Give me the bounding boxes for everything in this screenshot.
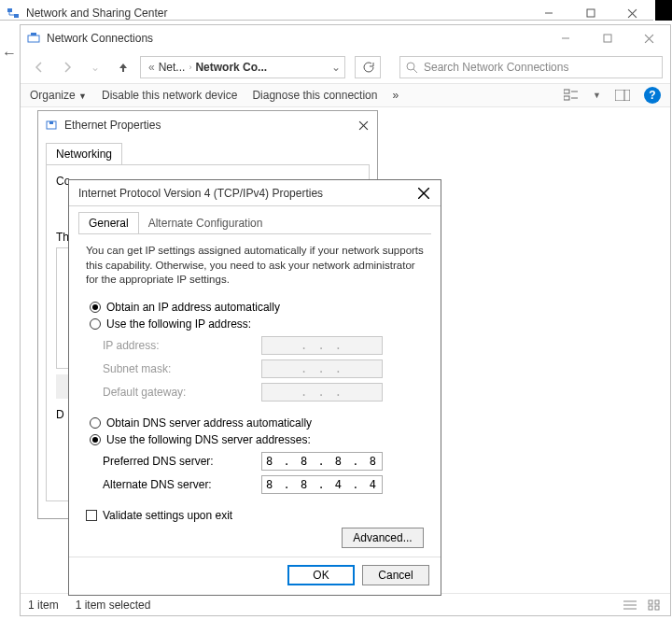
- cmd-diagnose[interactable]: Diagnose this connection: [252, 89, 377, 102]
- default-gateway-field: . . .: [261, 383, 383, 402]
- cmd-organize[interactable]: Organize ▼: [30, 89, 87, 102]
- ethernet-icon: [44, 118, 59, 133]
- status-item-count: 1 item: [28, 599, 59, 612]
- tab-networking[interactable]: Networking: [46, 143, 122, 164]
- svg-rect-6: [28, 35, 39, 42]
- svg-rect-0: [7, 8, 12, 12]
- refresh-button[interactable]: [355, 56, 381, 78]
- alternate-dns-field[interactable]: 8 . 8 . 4 . 4: [261, 475, 383, 494]
- maximize-button[interactable]: [569, 0, 611, 26]
- window-title: Network Connections: [47, 32, 544, 45]
- checkbox-icon: [86, 510, 97, 521]
- decorative-bar: [655, 0, 672, 21]
- svg-rect-29: [49, 121, 53, 124]
- close-button[interactable]: [349, 111, 377, 139]
- details-view-button[interactable]: [622, 597, 638, 613]
- subnet-mask-label: Subnet mask:: [103, 362, 261, 375]
- radio-icon: [90, 318, 101, 330]
- svg-rect-16: [564, 96, 569, 100]
- svg-rect-9: [604, 35, 611, 42]
- radio-icon: [90, 302, 101, 313]
- radio-icon: [90, 434, 101, 445]
- preferred-dns-label: Preferred DNS server:: [103, 455, 261, 468]
- minimize-button[interactable]: [527, 0, 569, 26]
- svg-point-13: [407, 63, 414, 70]
- close-button[interactable]: [628, 25, 670, 51]
- svg-line-14: [413, 69, 417, 73]
- svg-rect-15: [564, 90, 569, 93]
- description-text: You can get IP settings assigned automat…: [86, 244, 424, 288]
- search-icon: [406, 62, 418, 74]
- preferred-dns-field[interactable]: 8 . 8 . 8 . 8: [261, 452, 383, 471]
- validate-checkbox[interactable]: Validate settings upon exit: [86, 509, 424, 522]
- radio-ip-manual[interactable]: Use the following IP address:: [90, 317, 424, 331]
- radio-dns-manual[interactable]: Use the following DNS server addresses:: [90, 433, 424, 446]
- advanced-button[interactable]: Advanced...: [342, 528, 424, 548]
- forward-button[interactable]: [56, 56, 78, 78]
- chevron-down-icon[interactable]: ▼: [593, 91, 601, 100]
- breadcrumb-item[interactable]: Network Co...: [195, 61, 267, 74]
- svg-rect-24: [649, 600, 652, 604]
- ip-address-field: . . .: [261, 336, 383, 355]
- ip-address-label: IP address:: [103, 339, 261, 352]
- tab-general[interactable]: General: [78, 212, 139, 233]
- alternate-dns-label: Alternate DNS server:: [103, 478, 261, 491]
- tab-alternate-config[interactable]: Alternate Configuration: [139, 212, 273, 233]
- cmd-disable-device[interactable]: Disable this network device: [102, 89, 237, 102]
- address-bar[interactable]: « Net... › Network Co... ⌄: [140, 56, 345, 78]
- recent-dropdown[interactable]: ⌄: [84, 56, 106, 78]
- network-sharing-icon: [6, 6, 21, 21]
- back-button[interactable]: [28, 56, 50, 78]
- subnet-mask-field: . . .: [261, 359, 383, 378]
- chevron-right-icon: ›: [189, 63, 191, 72]
- svg-rect-26: [649, 606, 652, 610]
- radio-ip-auto[interactable]: Obtain an IP address automatically: [90, 301, 424, 314]
- preview-pane-button[interactable]: [614, 87, 631, 104]
- search-input[interactable]: Search Network Connections: [399, 56, 663, 78]
- up-button[interactable]: [112, 56, 134, 78]
- window-title: Network and Sharing Center: [26, 7, 527, 20]
- default-gateway-label: Default gateway:: [103, 386, 261, 399]
- search-placeholder: Search Network Connections: [424, 61, 568, 74]
- dialog-title: Internet Protocol Version 4 (TCP/IPv4) P…: [75, 187, 411, 200]
- view-options-button[interactable]: [563, 87, 580, 104]
- ok-button[interactable]: OK: [287, 565, 355, 585]
- close-button[interactable]: [411, 180, 437, 206]
- help-button[interactable]: ?: [644, 87, 661, 104]
- radio-icon: [90, 417, 101, 429]
- svg-rect-7: [31, 33, 36, 35]
- chevron-down-icon[interactable]: ⌄: [331, 61, 341, 74]
- close-button[interactable]: [611, 0, 653, 26]
- cmd-overflow[interactable]: »: [392, 89, 399, 102]
- maximize-button[interactable]: [586, 25, 628, 51]
- svg-rect-25: [655, 600, 659, 604]
- cancel-button[interactable]: Cancel: [362, 565, 429, 585]
- minimize-button[interactable]: [544, 25, 586, 51]
- back-icon[interactable]: ←: [2, 45, 17, 62]
- network-connections-icon: [26, 31, 41, 46]
- dialog-title: Ethernet Properties: [64, 119, 349, 132]
- svg-rect-3: [587, 9, 595, 17]
- large-icons-view-button[interactable]: [646, 597, 663, 613]
- status-selected-count: 1 item selected: [76, 599, 151, 612]
- breadcrumb-item[interactable]: Net...: [159, 61, 186, 74]
- radio-dns-auto[interactable]: Obtain DNS server address automatically: [90, 416, 424, 430]
- svg-rect-19: [615, 90, 630, 101]
- svg-rect-27: [655, 606, 659, 610]
